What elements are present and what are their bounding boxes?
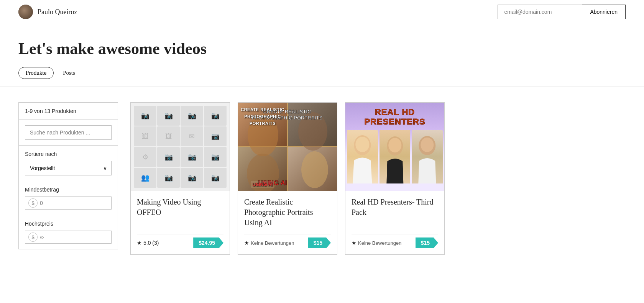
sidebar-search-section bbox=[19, 120, 118, 146]
svg-point-10 bbox=[388, 138, 401, 152]
main-content: 1-9 von 13 Produkten Sortiere nach Vorge… bbox=[0, 87, 644, 270]
max-price-label: Höchstpreis bbox=[25, 221, 112, 227]
rating: ★ 5.0 (3) bbox=[137, 240, 159, 246]
rating-value: 5.0 (3) bbox=[143, 240, 159, 246]
max-price-input-wrap: $ bbox=[25, 231, 112, 244]
presenter-3 bbox=[412, 130, 443, 183]
img-cell: ✉ bbox=[181, 126, 203, 146]
dollar-icon-max: $ bbox=[28, 233, 38, 242]
product-image-2: CREATE REALISTICPHOTOGRAPHIC PORTRAITS U… bbox=[238, 103, 337, 191]
header: Paulo Queiroz Abonnieren bbox=[0, 0, 644, 24]
page-title: Let's make awesome videos bbox=[18, 39, 626, 58]
product-count: 1-9 von 13 Produkten bbox=[19, 103, 118, 120]
product-info-1: Making Video Using OFFEO ★ 5.0 (3) $24.9… bbox=[131, 191, 230, 254]
no-reviews: ★ Keine Bewertungen bbox=[244, 240, 294, 246]
img-cell: ⚙ bbox=[134, 147, 156, 167]
svg-point-8 bbox=[355, 137, 369, 152]
header-left: Paulo Queiroz bbox=[18, 5, 77, 19]
portrait-cell-4 bbox=[288, 147, 337, 191]
star-icon: ★ bbox=[137, 240, 142, 246]
svg-point-12 bbox=[421, 138, 434, 152]
hd-title-text: REAL HDPRESENTERS bbox=[364, 107, 425, 127]
max-price-input[interactable] bbox=[40, 234, 108, 240]
search-input[interactable] bbox=[25, 125, 112, 140]
camera-icon: 📷 bbox=[188, 153, 196, 161]
product-footer-2: ★ Keine Bewertungen $15 bbox=[244, 234, 331, 248]
product-footer-1: ★ 5.0 (3) $24.95 bbox=[137, 234, 223, 248]
sidebar-max-section: Höchstpreis $ bbox=[19, 215, 118, 249]
username: Paulo Queiroz bbox=[38, 8, 77, 16]
sidebar: 1-9 von 13 Produkten Sortiere nach Vorge… bbox=[18, 102, 118, 249]
min-price-label: Mindestbetrag bbox=[25, 187, 112, 193]
avatar-image bbox=[18, 5, 33, 19]
tabs: Produkte Posts bbox=[18, 67, 626, 79]
no-reviews-text: Keine Bewertungen bbox=[358, 240, 401, 246]
dollar-icon: $ bbox=[28, 198, 38, 208]
star-icon: ★ bbox=[352, 240, 356, 246]
img-cell: 🖼 bbox=[134, 126, 156, 146]
product-card[interactable]: REAL HDPRESENTERS bbox=[345, 102, 445, 255]
star-icon: ★ bbox=[244, 240, 249, 246]
camera-icon: 📷 bbox=[211, 111, 220, 120]
presenters-row bbox=[345, 130, 444, 183]
presenter-svg-3 bbox=[412, 130, 443, 183]
camera-icon: 📷 bbox=[164, 111, 173, 120]
product-card[interactable]: CREATE REALISTICPHOTOGRAPHIC PORTRAITS U… bbox=[238, 102, 337, 255]
camera-icon: 📷 bbox=[211, 174, 220, 182]
presenter-2 bbox=[380, 130, 411, 183]
sidebar-min-section: Mindestbetrag $ bbox=[19, 181, 118, 215]
product-card[interactable]: 📷 📷 📷 📷 🖼 🖼 ✉ 📷 ⚙ 📷 📷 📷 👥 📷 📷 📷 Making V… bbox=[130, 102, 230, 255]
img-cell: 📷 bbox=[134, 106, 156, 126]
camera-icon: 📷 bbox=[164, 153, 173, 161]
email-input[interactable] bbox=[498, 5, 582, 19]
camera-icon: 📷 bbox=[141, 111, 150, 120]
img-cell: 📷 bbox=[181, 106, 203, 126]
product-info-2: Create Realistic Photographic Portraits … bbox=[238, 191, 337, 254]
hero-section: Let's make awesome videos Produkte Posts bbox=[0, 24, 644, 87]
no-reviews: ★ Keine Bewertungen bbox=[352, 240, 401, 246]
envelope-icon: ✉ bbox=[189, 132, 195, 141]
camera-icon: 📷 bbox=[211, 153, 220, 161]
img-cell: 🖼 bbox=[157, 126, 180, 146]
portrait-cell-2 bbox=[288, 103, 337, 146]
portrait-bottom-text: USING AI bbox=[251, 181, 274, 188]
sort-label: Sortiere nach bbox=[25, 151, 112, 157]
img-cell: 📷 bbox=[157, 168, 180, 188]
img-cell: 📷 bbox=[157, 147, 180, 167]
camera-icon: 📷 bbox=[188, 174, 196, 182]
product-image-1: 📷 📷 📷 📷 🖼 🖼 ✉ 📷 ⚙ 📷 📷 📷 👥 📷 📷 📷 bbox=[131, 103, 230, 191]
price-badge[interactable]: $15 bbox=[308, 237, 331, 248]
image-icon: 🖼 bbox=[142, 133, 149, 141]
subscribe-button[interactable]: Abonnieren bbox=[582, 5, 626, 19]
camera-icon: 📷 bbox=[188, 111, 196, 120]
product-image-3: REAL HDPRESENTERS bbox=[345, 103, 444, 191]
img-cell: 📷 bbox=[204, 106, 227, 126]
product-title: Making Video Using OFFEO bbox=[137, 197, 223, 228]
sort-select[interactable]: Vorgestellt Neueste Preis aufsteigend Pr… bbox=[25, 161, 112, 175]
price-badge[interactable]: $24.95 bbox=[193, 237, 223, 248]
header-right: Abonnieren bbox=[498, 5, 626, 19]
tab-posts[interactable]: Posts bbox=[63, 70, 75, 76]
price-badge[interactable]: $15 bbox=[416, 237, 438, 248]
img-cell: 📷 bbox=[204, 126, 227, 146]
camera-icon: 📷 bbox=[164, 174, 173, 182]
hd-presenters-visual: REAL HDPRESENTERS bbox=[345, 103, 444, 191]
img-cell: 📷 bbox=[157, 106, 180, 126]
tab-produkte[interactable]: Produkte bbox=[18, 67, 54, 79]
img-cell: 👥 bbox=[134, 168, 156, 188]
min-price-input-wrap: $ bbox=[25, 197, 112, 210]
avatar bbox=[18, 5, 33, 19]
min-price-input[interactable] bbox=[40, 200, 108, 206]
presenter-svg-1 bbox=[347, 130, 378, 183]
portrait-cell-3: USING AI bbox=[238, 147, 287, 191]
sort-select-wrapper[interactable]: Vorgestellt Neueste Preis aufsteigend Pr… bbox=[25, 161, 112, 175]
img-cell: 📷 bbox=[181, 147, 203, 167]
product-grid: 📷 📷 📷 📷 🖼 🖼 ✉ 📷 ⚙ 📷 📷 📷 👥 📷 📷 📷 Making V… bbox=[130, 102, 626, 255]
portrait-cell-1: CREATE REALISTICPHOTOGRAPHIC PORTRAITS bbox=[238, 103, 287, 146]
sidebar-sort-section: Sortiere nach Vorgestellt Neueste Preis … bbox=[19, 146, 118, 181]
no-reviews-text: Keine Bewertungen bbox=[251, 240, 294, 246]
group-icon: 👥 bbox=[141, 174, 150, 182]
presenter-1 bbox=[347, 130, 378, 183]
img-cell: 📷 bbox=[204, 147, 227, 167]
portrait-collage: CREATE REALISTICPHOTOGRAPHIC PORTRAITS U… bbox=[238, 103, 337, 191]
